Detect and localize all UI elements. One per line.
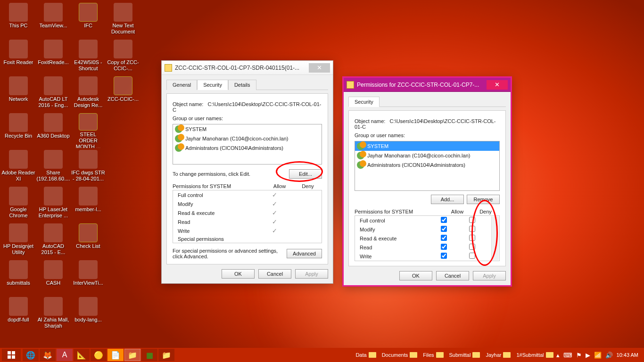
remove-button[interactable]: Remove: [467, 195, 500, 204]
user-list[interactable]: SYSTEMJayhar Manoharan (C104@cicon-cochi…: [173, 124, 322, 165]
user-item[interactable]: SYSTEM: [173, 124, 322, 134]
start-button[interactable]: [2, 349, 21, 361]
ok-button[interactable]: OK: [399, 271, 432, 280]
titlebar[interactable]: ZCC-CCIC-STR-COL-01-CP7-SDR-040115(01-..…: [162, 61, 333, 75]
taskbar-autocad[interactable]: A: [57, 349, 73, 361]
desktop-icon[interactable]: AutoCAD 2015 - E...: [36, 222, 71, 258]
app-icon: [79, 40, 98, 58]
user-item[interactable]: Administrators (CICON104\Administrators): [355, 160, 499, 170]
taskbar-folder[interactable]: Documents: [379, 352, 421, 358]
desktop-icon[interactable]: A360 Desktop: [36, 111, 71, 148]
deny-header: Deny: [471, 209, 500, 214]
desktop-icon[interactable]: Share (192.168.60....: [36, 148, 71, 185]
tray-action-center-icon[interactable]: ⚑: [576, 352, 582, 359]
deny-checkbox[interactable]: [469, 235, 475, 241]
apply-button[interactable]: Apply: [473, 271, 506, 280]
taskbar-chrome[interactable]: 🟡: [91, 349, 107, 361]
taskbar-folder[interactable]: Files: [420, 352, 446, 358]
user-item[interactable]: SYSTEM: [355, 141, 499, 151]
user-item[interactable]: Administrators (CICON104\Administrators): [173, 143, 322, 153]
taskbar-clock[interactable]: 10:43 AM: [617, 352, 638, 358]
taskbar-firefox[interactable]: 🦊: [40, 349, 56, 361]
desktop-icon[interactable]: IFC dwgs STR - 28-04-201...: [71, 148, 106, 185]
taskbar-ie[interactable]: 🌐: [23, 349, 39, 361]
desktop-icon[interactable]: Autodesk Design Re...: [71, 74, 106, 111]
desktop-icon[interactable]: Google Chrome: [1, 185, 36, 222]
tab-details[interactable]: Details: [228, 80, 256, 90]
tray-volume-icon[interactable]: 🔊: [605, 352, 613, 359]
allow-checkbox[interactable]: [441, 226, 447, 232]
tray-keyboard-icon[interactable]: ⌨: [563, 352, 572, 359]
desktop-icon[interactable]: Check List: [71, 222, 106, 258]
desktop-icon[interactable]: FoxitReade...: [36, 38, 71, 74]
desktop-icon[interactable]: New Text Document: [106, 1, 140, 38]
ok-button[interactable]: OK: [222, 269, 255, 279]
user-item[interactable]: Jayhar Manoharan (C104@cicon-cochin.lan): [173, 134, 322, 143]
desktop-icon[interactable]: E42W5I0S - Shortcut: [71, 38, 106, 74]
deny-checkbox[interactable]: [469, 226, 475, 232]
tray-up-icon[interactable]: ▴: [556, 352, 560, 359]
deny-checkbox[interactable]: [469, 244, 475, 250]
close-button[interactable]: ✕: [309, 63, 330, 73]
desktop-icon[interactable]: This PC: [1, 1, 36, 38]
desktop-icon[interactable]: TeamView...: [36, 1, 71, 38]
icon-label: body-lang...: [74, 317, 101, 323]
scrollbar[interactable]: [491, 216, 499, 260]
taskbar-autodesk[interactable]: 📐: [74, 349, 90, 361]
allow-checkbox[interactable]: [441, 235, 447, 241]
desktop-icon[interactable]: Adobe Reader XI: [1, 148, 36, 185]
allow-checkbox[interactable]: [441, 217, 447, 223]
desktop-icon[interactable]: InterViewTi...: [71, 258, 106, 295]
taskbar-excel[interactable]: ▦: [141, 349, 157, 361]
desktop-icon[interactable]: AutoCAD LT 2016 - Eng...: [36, 74, 71, 111]
desktop-icon[interactable]: submittals: [1, 258, 36, 295]
taskbar-explorer[interactable]: 📁: [124, 349, 140, 361]
tray-network-icon[interactable]: 📶: [594, 352, 602, 359]
apply-button[interactable]: Apply: [295, 269, 328, 279]
taskbar-folder[interactable]: Data: [353, 352, 379, 358]
desktop-icon[interactable]: member-l...: [71, 185, 106, 222]
deny-checkbox[interactable]: [469, 253, 475, 259]
desktop-icon[interactable]: Recycle Bin: [1, 111, 36, 148]
taskbar-folder[interactable]: Jayhar: [483, 352, 513, 358]
desktop-icon[interactable]: IFC: [71, 1, 106, 38]
deny-checkbox[interactable]: [469, 217, 475, 223]
cancel-button[interactable]: Cancel: [436, 271, 469, 280]
desktop-icon[interactable]: Foxit Reader: [1, 38, 36, 74]
desktop-icon[interactable]: STEEL ORDER MONTH ...: [71, 111, 106, 148]
taskbar-explorer2[interactable]: 📁: [158, 349, 174, 361]
tab-general[interactable]: General: [166, 80, 197, 90]
titlebar[interactable]: Permissions for ZCC-CCIC-STR-COL-01-CP7-…: [344, 78, 511, 92]
add-button[interactable]: Add...: [431, 195, 464, 204]
app-icon: [44, 76, 63, 95]
user-name: Jayhar Manoharan (C104@cicon-cochin.lan): [367, 153, 470, 158]
allow-check: ✓: [260, 218, 289, 225]
user-list[interactable]: SYSTEMJayhar Manoharan (C104@cicon-cochi…: [355, 141, 500, 191]
close-button[interactable]: ✕: [487, 80, 508, 90]
desktop-icon[interactable]: ZCC-CCIC-...: [106, 74, 140, 111]
tab-security[interactable]: Security: [197, 80, 228, 90]
allow-checkbox[interactable]: [441, 253, 447, 259]
desktop-icon[interactable]: Network: [1, 74, 36, 111]
desktop-icon[interactable]: HP LaserJet Enterprise ...: [36, 185, 71, 222]
desktop-icon[interactable]: Copy of ZCC-CCIC-...: [106, 38, 140, 74]
tab-security[interactable]: Security: [348, 97, 380, 107]
edit-button[interactable]: Edit...: [289, 169, 322, 179]
desktop-icon[interactable]: CASH: [36, 258, 71, 295]
tray-flag-icon[interactable]: ▶: [586, 352, 590, 359]
desktop-icon[interactable]: dopdf-full: [1, 295, 36, 332]
icon-label: Foxit Reader: [4, 59, 33, 66]
desktop-icon[interactable]: HP Designjet Utility: [1, 222, 36, 258]
taskbar-folder[interactable]: 1#Submittal: [513, 352, 556, 358]
desktop-icon[interactable]: body-lang...: [71, 295, 106, 332]
permission-row: Write✓: [173, 226, 322, 235]
taskbar-foxit[interactable]: 📄: [107, 349, 124, 361]
taskbar-folder[interactable]: Submittal: [446, 352, 483, 358]
folder-icon: [410, 352, 417, 358]
allow-checkbox[interactable]: [441, 244, 447, 250]
cancel-button[interactable]: Cancel: [258, 269, 291, 279]
desktop-icon[interactable]: Al Zahia Mall, Sharjah: [36, 295, 71, 332]
advanced-button[interactable]: Advanced: [287, 249, 322, 258]
user-item[interactable]: Jayhar Manoharan (C104@cicon-cochin.lan): [355, 151, 499, 160]
icon-label: AutoCAD 2015 - E...: [36, 243, 70, 255]
